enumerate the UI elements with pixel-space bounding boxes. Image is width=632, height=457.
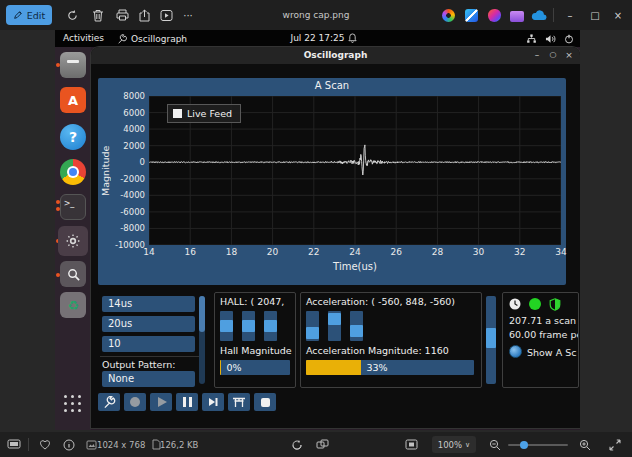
gallery-folder-button[interactable] <box>507 6 527 24</box>
clock-menu[interactable]: Jul 22 17:25 <box>55 30 580 47</box>
output-pattern-select[interactable]: None <box>102 371 195 387</box>
x-axis-label: Time(us) <box>149 261 561 272</box>
accel-slider-x[interactable] <box>306 311 319 341</box>
pause-icon <box>189 397 192 407</box>
fit-screen-button[interactable] <box>402 436 420 453</box>
hall-progress-fill <box>220 360 221 375</box>
photo-canvas: Activities Oscillograph Jul 22 17:25 <box>0 30 632 432</box>
dock-item-settings[interactable] <box>58 226 88 256</box>
slider-handle[interactable] <box>328 313 341 325</box>
volume-icon <box>545 34 556 44</box>
slideshow-button[interactable] <box>156 6 176 24</box>
oscillograph-body: A Scan Magnitude 80006000400020000-2000-… <box>91 64 580 428</box>
param-field-1[interactable]: 14us <box>102 296 195 312</box>
chart-legend: Live Feed <box>167 104 241 123</box>
y-tick-label: -8000 <box>120 223 145 233</box>
step-forward-button[interactable] <box>202 393 224 411</box>
dock-item-help[interactable]: ? <box>60 124 86 150</box>
dock-item-terminal[interactable]: >_ <box>60 194 86 220</box>
ai-hub-button[interactable] <box>438 6 458 24</box>
toolbar-divider <box>553 8 554 22</box>
dock-item-software[interactable]: A <box>60 87 86 113</box>
settings-tool-button[interactable] <box>98 393 120 411</box>
dock-item-chrome[interactable] <box>60 159 86 185</box>
oscillograph-window: Oscillograph – ○ × A Scan Magnitude 8000… <box>91 47 580 428</box>
close-button[interactable]: × <box>606 0 630 30</box>
compare-view-button[interactable] <box>313 436 331 453</box>
folder-icon <box>510 11 524 22</box>
zoom-slider[interactable] <box>508 444 568 446</box>
x-tick-label: 16 <box>180 247 200 257</box>
pause-icon <box>183 397 186 407</box>
designer-button[interactable] <box>461 6 481 24</box>
delete-button[interactable] <box>88 6 108 24</box>
info-button[interactable] <box>60 436 78 453</box>
show-a-scan-radio[interactable] <box>509 345 522 358</box>
y-axis-ticks: 80006000400020000-2000-4000-6000-8000-10… <box>111 96 147 245</box>
y-tick-label: 4000 <box>123 124 145 134</box>
edit-button[interactable]: Edit <box>6 5 52 25</box>
print-button[interactable] <box>112 6 132 24</box>
favorite-button[interactable] <box>36 436 54 453</box>
slider-handle[interactable] <box>242 320 255 332</box>
minimize-button[interactable]: – <box>558 0 582 30</box>
onedrive-button[interactable] <box>529 6 549 24</box>
panel-scrollbar[interactable] <box>199 296 205 384</box>
pause-button[interactable] <box>176 393 198 411</box>
recycle-icon: ♻ <box>67 298 79 313</box>
acceleration-progress-fill <box>306 360 361 375</box>
param-field-2[interactable]: 20us <box>102 316 195 332</box>
hall-slider-y[interactable] <box>242 311 255 341</box>
zoom-slider-thumb[interactable] <box>520 441 528 449</box>
copilot-button[interactable] <box>484 6 504 24</box>
rotate-view-button[interactable] <box>288 436 306 453</box>
zoom-in-button[interactable] <box>576 436 594 453</box>
osc-minimize-button[interactable]: – <box>530 47 544 64</box>
accel-slider-y[interactable] <box>328 311 341 341</box>
slider-handle[interactable] <box>264 320 277 332</box>
filmstrip-toggle-button[interactable] <box>5 436 23 453</box>
osc-close-button[interactable]: × <box>562 47 576 64</box>
output-pattern-label: Output Pattern: <box>102 359 175 370</box>
zoom-level-dropdown[interactable]: 100% ∨ <box>432 436 476 453</box>
oscillograph-titlebar[interactable]: Oscillograph – ○ × <box>91 47 580 64</box>
maximize-button[interactable]: □ <box>583 0 607 30</box>
gear-icon <box>64 232 82 250</box>
gate-button[interactable] <box>228 393 250 411</box>
status-dot <box>529 298 541 310</box>
share-button[interactable] <box>134 6 154 24</box>
more-button[interactable]: ··· <box>178 6 198 24</box>
stop-button[interactable] <box>254 393 276 411</box>
accel-slider-z[interactable] <box>350 311 363 341</box>
fullscreen-button[interactable] <box>606 436 624 453</box>
param-field-3[interactable]: 10 <box>102 336 195 352</box>
x-tick-label: 26 <box>386 247 406 257</box>
slider-handle[interactable] <box>220 320 233 332</box>
help-icon: ? <box>69 129 77 145</box>
designer-icon <box>465 9 478 22</box>
gnome-top-bar: Activities Oscillograph Jul 22 17:25 <box>55 30 580 47</box>
status-panel: 207.71 a scan p 60.00 frame pe Show A Sc <box>502 292 579 388</box>
hall-slider-x[interactable] <box>220 311 233 341</box>
osc-maximize-button[interactable]: ○ <box>546 47 560 64</box>
slider-handle[interactable] <box>350 325 363 337</box>
dock-item-screenshot[interactable] <box>60 261 86 287</box>
zoom-out-button[interactable] <box>486 436 504 453</box>
slider-handle[interactable] <box>486 328 496 348</box>
rotate-button[interactable] <box>62 6 82 24</box>
system-status-area[interactable] <box>526 30 574 47</box>
slider-handle[interactable] <box>306 327 319 339</box>
x-tick-label: 24 <box>345 247 365 257</box>
ellipsis-icon: ··· <box>183 10 193 21</box>
side-slider[interactable] <box>486 296 496 384</box>
hall-slider-z[interactable] <box>264 311 277 341</box>
y-tick-label: -6000 <box>120 207 145 217</box>
dock-item-files[interactable] <box>60 52 86 78</box>
record-button[interactable] <box>124 393 146 411</box>
clock-icon <box>509 298 521 310</box>
scrollbar-thumb[interactable] <box>199 296 205 332</box>
screenshot-image: Activities Oscillograph Jul 22 17:25 <box>55 30 580 430</box>
show-applications-button[interactable] <box>64 395 82 413</box>
play-button[interactable] <box>150 393 172 411</box>
dock-item-updater[interactable]: ♻ <box>60 292 86 318</box>
